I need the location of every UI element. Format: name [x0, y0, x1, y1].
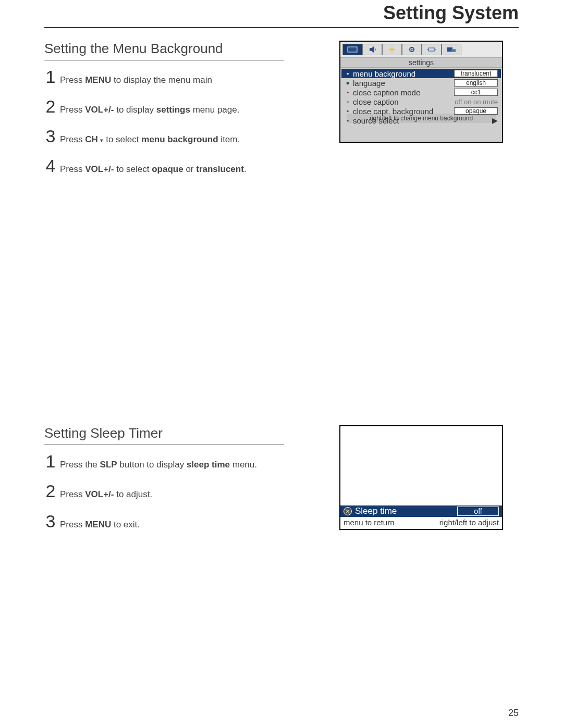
svg-rect-13	[451, 49, 456, 52]
sleep-hint-left: menu to return	[344, 518, 395, 527]
step: 2 Press VOL+/- to display settings menu …	[44, 96, 284, 117]
section1-heading: Setting the Menu Background	[44, 41, 284, 57]
sleep-value: off	[457, 507, 499, 516]
page-title: Setting System	[44, 0, 519, 27]
picture-tab[interactable]	[342, 44, 362, 55]
picture-icon	[347, 46, 358, 53]
step-number: 4	[44, 156, 57, 176]
settings-icon	[406, 46, 418, 53]
step-number: 2	[44, 481, 57, 501]
osd-value: english	[454, 79, 498, 87]
section2-rule	[44, 445, 284, 445]
sleep-time-row[interactable]: ✕ Sleep time off	[340, 505, 502, 517]
step: 2 Press VOL+/- to adjust.	[44, 481, 284, 501]
step-number: 1	[44, 67, 57, 87]
audio-tab[interactable]	[362, 44, 382, 55]
osd-item-menu-background[interactable]: ▪ menu background translucent	[341, 69, 501, 78]
osd-value: opaque	[454, 107, 498, 115]
svg-point-2	[390, 48, 394, 51]
section1-rule	[44, 60, 284, 60]
sleep-time-panel: ✕ Sleep time off menu to return right/le…	[339, 425, 503, 530]
sleep-hint-right: right/left to adjust	[439, 518, 499, 527]
osd-item-cc-mode[interactable]: ▪ close caption mode cc1	[344, 88, 499, 97]
svg-rect-9	[429, 48, 435, 51]
step-number: 3	[44, 126, 57, 146]
title-rule	[44, 27, 519, 28]
bullet-icon: ▪	[345, 89, 351, 95]
step-number: 3	[44, 511, 57, 532]
step: 4 Press VOL+/- to select opaque or trans…	[44, 156, 284, 176]
osd-item-cc[interactable]: ▪ close caption off on on mute	[344, 97, 499, 106]
svg-marker-1	[370, 46, 374, 53]
bullet-icon: ▪	[345, 108, 351, 114]
sleep-label: Sleep time	[355, 506, 397, 516]
step: 3 Press CH ▾ to select menu background i…	[44, 126, 284, 146]
osd-settings-panel: settings ▪ menu background translucent ●…	[339, 41, 503, 143]
step-number: 2	[44, 96, 57, 117]
bullet-icon: ▪	[345, 117, 351, 124]
light-tab[interactable]	[382, 44, 402, 55]
bullet-icon: ▪	[345, 70, 351, 77]
bullet-icon: ▪	[345, 98, 351, 105]
svg-rect-0	[348, 47, 357, 52]
step: 1 Press the SLP button to display sleep …	[44, 451, 284, 472]
pip-icon	[446, 46, 457, 53]
osd-trailing: off on on mute	[455, 98, 498, 106]
pip-tab[interactable]	[442, 44, 461, 55]
osd-value: translucent	[454, 70, 498, 77]
settings-tab[interactable]	[402, 44, 422, 55]
chevron-down-icon: ▾	[100, 137, 103, 143]
svg-point-8	[411, 49, 413, 51]
step: 3 Press MENU to exit.	[44, 511, 284, 532]
step: 1 Press MENU to display the menu main	[44, 67, 284, 87]
speaker-icon	[366, 46, 378, 53]
osd-value: cc1	[454, 89, 498, 96]
osd-item-language[interactable]: ● language english	[344, 78, 499, 88]
chevron-right-icon: ▶	[492, 116, 498, 125]
osd-title: settings	[340, 58, 502, 68]
width-tab[interactable]	[422, 44, 442, 55]
width-icon	[426, 46, 437, 53]
light-icon	[386, 46, 398, 53]
clock-icon: ✕	[344, 507, 352, 515]
step-number: 1	[44, 451, 57, 472]
bullet-icon: ●	[345, 80, 351, 86]
osd-tab-bar	[340, 42, 502, 58]
section2-heading: Setting Sleep Timer	[44, 425, 284, 441]
page-number: 25	[508, 708, 519, 719]
